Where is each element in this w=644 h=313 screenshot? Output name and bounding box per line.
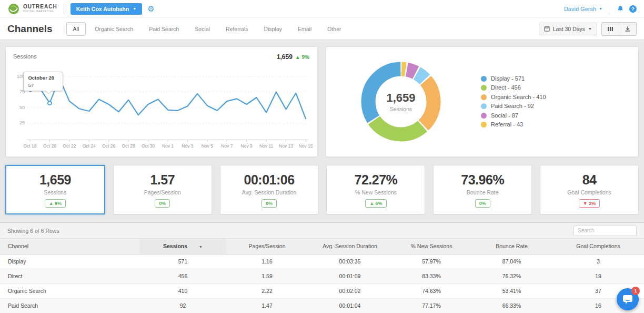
cell-avg-session-duration: 00:01:04	[308, 298, 392, 313]
legend-color-dot	[481, 85, 487, 91]
channels-table-section: Showing 6 of 6 Rows Channel Sessions▼ Pa…	[0, 222, 644, 313]
metric-card-pages-per-session[interactable]: 1.57 Pages/Session 0%	[113, 165, 212, 214]
legend-item[interactable]: Organic Search - 410	[481, 93, 546, 102]
tooltip-value: 57	[28, 82, 58, 88]
channels-donut-chart[interactable]: 1,659 Sessions	[357, 57, 445, 146]
page-title: Channels	[7, 23, 53, 35]
metric-label: Pages/Session	[114, 189, 212, 195]
tab-organic-search[interactable]: Organic Search	[88, 22, 140, 36]
user-menu[interactable]: David Gersh ▼	[564, 6, 602, 12]
legend-color-dot	[481, 113, 487, 119]
table-row[interactable]: Display5711.1600:03:3557.97%87.04%3	[0, 254, 644, 269]
legend-label: Direct - 456	[491, 83, 521, 93]
metric-change-badge: ▼ 2%	[579, 199, 600, 208]
columns-toggle-button[interactable]	[601, 22, 619, 36]
date-range-button[interactable]: Last 30 Days ▼	[539, 23, 597, 35]
chat-widget-button[interactable]: 1	[617, 288, 639, 310]
table-row[interactable]: Organic Search4102.2200:02:0274.63%53.41…	[0, 283, 644, 298]
chat-icon	[622, 295, 633, 305]
columns-icon	[607, 26, 613, 32]
chevron-down-icon: ▼	[133, 7, 136, 11]
column-header-avg-session-duration[interactable]: Avg. Session Duration	[308, 239, 392, 254]
column-header-bounce-rate[interactable]: Bounce Rate	[471, 239, 552, 254]
cell-pages-per-session: 1.59	[226, 269, 308, 283]
column-header-new-sessions[interactable]: % New Sessions	[392, 239, 471, 254]
svg-text:Nov 3: Nov 3	[182, 143, 193, 149]
cell-bounce-rate: 53.41%	[471, 283, 552, 298]
help-icon[interactable]: ?	[629, 5, 637, 13]
column-header-sessions[interactable]: Sessions▼	[139, 239, 226, 254]
legend-color-dot	[481, 103, 487, 109]
column-header-channel[interactable]: Channel	[0, 239, 139, 254]
dashboard-page: OUTREACH DIGITAL MARKETING Keith Cox Aut…	[0, 0, 644, 313]
channels-nav-bar: Channels All Organic Search Paid Search …	[0, 17, 644, 40]
notifications-bell-icon[interactable]	[617, 5, 624, 13]
metric-change-badge: ▲ 9%	[45, 199, 66, 208]
svg-text:Nov 13: Nov 13	[279, 143, 293, 149]
svg-text:Nov 15: Nov 15	[299, 143, 313, 149]
svg-text:Nov 7: Nov 7	[221, 143, 233, 149]
cell-goal-completions: 3	[552, 254, 644, 269]
metric-card-bounce-rate[interactable]: 73.96% Bounce Rate 0%	[433, 165, 532, 214]
metric-card-sessions[interactable]: 1,659 Sessions ▲ 9%	[5, 165, 105, 214]
cell-bounce-rate: 66.33%	[471, 298, 552, 313]
tab-all[interactable]: All	[66, 22, 86, 36]
cell-sessions: 410	[139, 283, 226, 298]
svg-text:Nov 5: Nov 5	[202, 143, 213, 149]
top-bar: OUTREACH DIGITAL MARKETING Keith Cox Aut…	[0, 0, 644, 17]
table-search-input[interactable]	[573, 226, 637, 236]
cell-pct-new-sessions: 57.97%	[392, 254, 471, 269]
outreach-logo: OUTREACH DIGITAL MARKETING	[7, 3, 57, 15]
svg-text:50: 50	[19, 105, 25, 110]
tab-paid-search[interactable]: Paid Search	[142, 22, 186, 36]
tab-email[interactable]: Email	[291, 22, 318, 36]
legend-label: Display - 571	[491, 74, 525, 84]
account-selector-button[interactable]: Keith Cox Autobahn ▼	[71, 3, 142, 15]
cell-pct-new-sessions: 83.33%	[392, 269, 471, 283]
metric-value: 1,659	[6, 172, 104, 188]
legend-color-dot	[481, 122, 487, 128]
legend-label: Organic Search - 410	[491, 93, 546, 102]
chart-total: 1,659	[277, 53, 293, 61]
metric-card-new-sessions[interactable]: 72.27% % New Sessions ▲ 6%	[326, 165, 425, 214]
table-row[interactable]: Paid Search921.4700:01:0477.17%66.33%16	[0, 298, 644, 313]
sessions-line-chart[interactable]: 255075100Oct 18Oct 20Oct 22Oct 24Oct 26O…	[11, 61, 311, 153]
download-button[interactable]	[619, 22, 637, 36]
column-header-label: Sessions	[163, 243, 187, 249]
column-header-pages-per-session[interactable]: Pages/Session	[226, 239, 308, 254]
metric-card-avg-session-duration[interactable]: 00:01:06 Avg. Session Duration 0%	[220, 165, 319, 214]
cell-avg-session-duration: 00:01:09	[308, 269, 392, 283]
chart-title: Sessions	[13, 53, 37, 60]
metric-label: % New Sessions	[327, 189, 425, 195]
chat-unread-badge: 1	[631, 287, 640, 295]
cell-pages-per-session: 1.47	[226, 298, 308, 313]
metric-card-goal-completions[interactable]: 84 Goal Completions ▼ 2%	[540, 165, 639, 214]
user-name: David Gersh	[564, 6, 596, 12]
channel-tabs: All Organic Search Paid Search Social Re…	[66, 22, 348, 36]
legend-label: Paid Search - 92	[491, 102, 534, 111]
svg-text:Nov 1: Nov 1	[162, 143, 174, 149]
metric-value: 1.57	[114, 172, 212, 188]
legend-item[interactable]: Paid Search - 92	[481, 102, 546, 111]
metric-label: Goal Completions	[540, 189, 638, 195]
legend-item[interactable]: Direct - 456	[481, 83, 546, 93]
metric-change-badge: ▲ 6%	[365, 199, 386, 208]
tab-social[interactable]: Social	[188, 22, 217, 36]
legend-item[interactable]: Referral - 43	[481, 120, 546, 130]
tab-display[interactable]: Display	[257, 22, 289, 36]
svg-text:Nov 9: Nov 9	[241, 143, 253, 149]
tab-other[interactable]: Other	[320, 22, 348, 36]
cell-channel: Organic Search	[0, 283, 139, 298]
legend-item[interactable]: Display - 571	[481, 74, 546, 84]
tab-referrals[interactable]: Referrals	[219, 22, 255, 36]
column-header-goal-completions[interactable]: Goal Completions	[552, 239, 644, 254]
brand-name: OUTREACH	[23, 4, 57, 9]
legend-label: Social - 87	[491, 111, 518, 121]
svg-text:Oct 30: Oct 30	[142, 143, 155, 149]
legend-item[interactable]: Social - 87	[481, 111, 546, 121]
settings-gear-icon[interactable]: ⚙	[147, 4, 154, 14]
table-row[interactable]: Direct4561.5900:01:0983.33%76.32%19	[0, 269, 644, 283]
cell-channel: Display	[0, 254, 139, 269]
donut-chart-svg	[357, 57, 445, 146]
legend-color-dot	[481, 76, 487, 82]
